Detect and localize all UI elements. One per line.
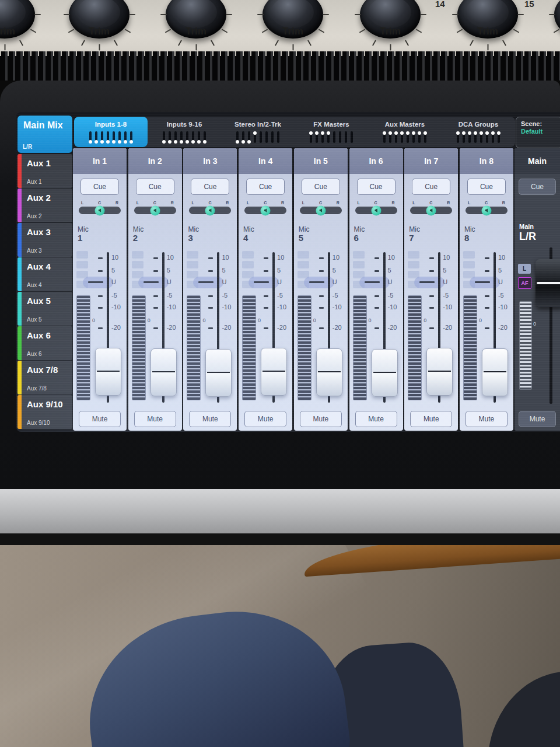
pan-slider[interactable] <box>244 207 286 214</box>
fader-cap[interactable] <box>372 349 398 397</box>
mute-button[interactable]: Mute <box>189 411 231 427</box>
speaker-icon <box>264 208 267 212</box>
sidebar-item-aux-1[interactable]: Aux 1Aux 1 <box>18 154 72 188</box>
fader-cap[interactable] <box>205 349 232 397</box>
aux-label: Aux 9/10 <box>27 399 63 409</box>
tab-fx-masters[interactable]: FX Masters <box>295 117 368 147</box>
tab-stereo-in-2-trk[interactable]: Stereo In/2-Trk <box>221 117 295 147</box>
pan-slider[interactable] <box>300 207 342 214</box>
pan-row: LCR <box>73 200 127 224</box>
scale-tick <box>153 270 158 272</box>
scale-tick <box>264 295 268 297</box>
pan-label: L <box>412 201 415 205</box>
cue-button[interactable]: Cue <box>136 179 174 195</box>
sidebar-item-aux-7[interactable]: Aux 7/8Aux 7/8 <box>18 361 72 395</box>
cue-button[interactable]: Cue <box>191 179 229 195</box>
pan-label: R <box>337 201 340 205</box>
mini-fader-stem <box>204 131 206 143</box>
cue-button[interactable]: Cue <box>412 179 450 195</box>
channel-number-label: 14 <box>435 0 445 9</box>
mini-fader-dot <box>412 131 415 135</box>
scale-label: -5 <box>222 292 236 299</box>
pan-knob[interactable] <box>150 205 160 215</box>
fader-cap[interactable] <box>316 348 342 396</box>
mini-faders-icon <box>89 130 132 143</box>
scale-label: -5 <box>111 292 125 299</box>
sidebar-item-aux-3[interactable]: Aux 3Aux 3 <box>18 223 72 257</box>
sidebar-aux-list: Aux 1Aux 1Aux 2Aux 2Aux 3Aux 3Aux 4Aux 4… <box>18 154 72 429</box>
mini-fader-stem <box>412 131 415 143</box>
mute-button[interactable]: Mute <box>410 411 452 427</box>
channel-header: In 3 <box>183 148 237 174</box>
main-strip-header: Main <box>514 148 560 174</box>
main-mute-button[interactable]: Mute <box>519 411 556 427</box>
pan-knob[interactable] <box>316 205 326 215</box>
pan-knob[interactable] <box>261 205 271 215</box>
channel-name: In 5 <box>314 156 328 166</box>
tab-dca-groups[interactable]: DCA Groups <box>442 117 515 147</box>
mute-button[interactable]: Mute <box>244 411 286 427</box>
sidebar-item-aux-8[interactable]: Aux 9/10Aux 9/10 <box>18 395 72 429</box>
cue-button[interactable]: Cue <box>467 179 506 195</box>
mini-fader-stem <box>492 131 494 143</box>
fader-cap[interactable] <box>95 348 121 396</box>
cue-button[interactable]: Cue <box>80 179 119 195</box>
sidebar-item-main-mix[interactable]: Main Mix L/R <box>18 116 72 153</box>
main-cue-button[interactable]: Cue <box>519 179 556 195</box>
source-label: Mic4 <box>239 224 292 249</box>
fader-cap[interactable] <box>482 348 508 396</box>
fader-cap[interactable] <box>426 348 453 396</box>
pan-slider[interactable] <box>355 207 397 214</box>
cue-button[interactable]: Cue <box>302 179 340 195</box>
main-fader-cap[interactable] <box>536 259 560 307</box>
fader-cap[interactable] <box>261 348 287 396</box>
fader-cap[interactable] <box>150 348 177 396</box>
pan-knob[interactable] <box>205 205 215 215</box>
mute-button[interactable]: Mute <box>355 411 397 427</box>
mute-button[interactable]: Mute <box>466 411 508 427</box>
pan-slider[interactable] <box>134 207 176 214</box>
tab-aux-masters[interactable]: Aux Masters <box>368 117 442 147</box>
pan-slider[interactable] <box>189 207 231 214</box>
mini-fader-stem <box>192 131 194 143</box>
sidebar-item-aux-6[interactable]: Aux 6Aux 6 <box>18 326 72 360</box>
sidebar-item-aux-2[interactable]: Aux 2Aux 2 <box>18 189 72 222</box>
scale-label: U <box>388 278 402 285</box>
pan-knob[interactable] <box>95 205 105 215</box>
pan-slider[interactable] <box>466 207 508 214</box>
mute-button[interactable]: Mute <box>79 411 121 427</box>
pan-row: LCR <box>460 200 513 224</box>
pan-slider[interactable] <box>410 207 452 214</box>
mute-button[interactable]: Mute <box>300 411 342 427</box>
scale-label: -20 <box>498 324 512 331</box>
mini-fader-stem <box>407 131 409 143</box>
pan-knob[interactable] <box>481 205 491 215</box>
mini-fader-stem <box>383 131 386 143</box>
tab-inputs-1-8[interactable]: Inputs 1-8 <box>74 117 148 147</box>
pan-knob[interactable] <box>426 205 436 215</box>
pan-label: C <box>429 201 432 205</box>
trim-knob[interactable] <box>554 0 560 39</box>
source-label: Mic8 <box>460 224 513 249</box>
trim-knob-label: Trim <box>457 26 518 37</box>
mini-fader-dot <box>321 131 324 135</box>
pan-slider[interactable] <box>79 207 121 214</box>
unity-dash <box>144 281 159 283</box>
scale-label: 5 <box>498 267 512 274</box>
scale-tick <box>98 295 103 297</box>
scale-tick <box>208 295 213 297</box>
sidebar-item-aux-4[interactable]: Aux 4Aux 4 <box>18 257 72 291</box>
tab-inputs-9-16[interactable]: Inputs 9-16 <box>148 117 221 147</box>
channel-header: In 1 <box>73 148 127 174</box>
cue-button[interactable]: Cue <box>357 179 396 195</box>
sidebar-item-aux-5[interactable]: Aux 5Aux 5 <box>18 292 72 326</box>
source-label: Mic7 <box>404 224 458 249</box>
mix-select-sidebar: Main Mix L/R Aux 1Aux 1Aux 2Aux 2Aux 3Au… <box>18 116 72 430</box>
scene-button[interactable]: Scene: Default <box>516 117 560 148</box>
mute-button[interactable]: Mute <box>134 411 176 427</box>
mini-fader-stem <box>498 131 500 143</box>
pan-knob[interactable] <box>371 205 381 215</box>
scale-tick <box>264 257 268 259</box>
scale-label: -10 <box>388 303 402 310</box>
cue-button[interactable]: Cue <box>246 179 285 195</box>
